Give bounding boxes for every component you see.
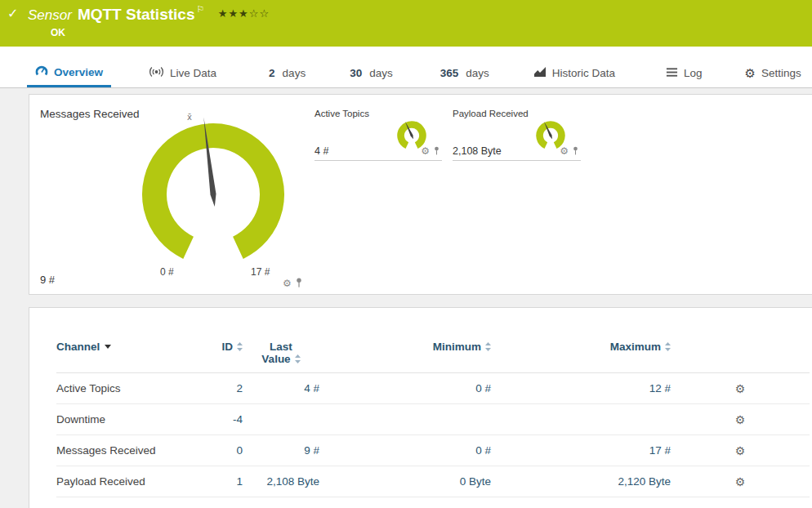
channel-maximum: 12 # xyxy=(491,373,671,404)
overview-gauge-icon xyxy=(35,65,48,80)
gear-icon: ⚙ xyxy=(745,66,756,81)
chevron-down-icon xyxy=(105,345,111,349)
priority-stars[interactable]: ★★★☆☆ xyxy=(218,7,270,20)
channel-table-panel: Channel ID Last Value Minimum Maximum Ac… xyxy=(29,307,812,508)
tab-365-days-number: 365 xyxy=(440,67,459,79)
gauge-settings-gear-icon[interactable]: ⚙ xyxy=(560,146,569,156)
tab-overview-label: Overview xyxy=(54,66,103,78)
object-type-label: Sensor xyxy=(28,7,72,23)
channel-maximum: 17 # xyxy=(491,435,671,466)
channel-settings-gear-icon[interactable]: ⚙ xyxy=(735,413,746,426)
channel-minimum: 0 Byte xyxy=(319,466,491,497)
area-chart-icon xyxy=(533,66,547,80)
column-header-maximum[interactable]: Maximum xyxy=(491,341,671,373)
gauge-pin-icon[interactable] xyxy=(296,276,302,291)
tab-historic-data-label: Historic Data xyxy=(552,67,615,79)
broadcast-icon xyxy=(149,66,164,80)
channel-table: Channel ID Last Value Minimum Maximum Ac… xyxy=(56,341,810,497)
channel-settings-gear-icon[interactable]: ⚙ xyxy=(735,444,746,457)
average-marker: x̄ xyxy=(187,113,192,122)
channel-minimum: 0 # xyxy=(319,435,491,466)
sort-icon xyxy=(665,342,671,351)
sort-icon xyxy=(295,354,301,363)
status-ok-check-icon: ✓ xyxy=(7,6,18,21)
channel-settings-gear-icon[interactable]: ⚙ xyxy=(735,382,746,395)
gauge-settings-gear-icon[interactable]: ⚙ xyxy=(421,146,430,156)
page-title: MQTT Statistics xyxy=(78,6,195,23)
sort-icon xyxy=(237,342,243,351)
gauge-pin-icon[interactable] xyxy=(434,144,439,158)
tab-historic-data[interactable]: Historic Data xyxy=(525,59,623,87)
channel-id: -4 xyxy=(187,404,243,435)
primary-gauge-actions: ⚙ xyxy=(283,276,302,291)
tab-30-days[interactable]: 30 days xyxy=(341,59,401,87)
sensor-header: ✓ SensorMQTT Statistics⚐ ★★★☆☆ OK xyxy=(0,0,812,47)
channel-settings-gear-icon[interactable]: ⚙ xyxy=(735,475,746,488)
flag-icon[interactable]: ⚐ xyxy=(196,4,204,15)
channel-last-value: 2,108 Byte xyxy=(243,466,319,497)
stars-filled[interactable]: ★★★ xyxy=(218,7,249,20)
column-header-last-value[interactable]: Last Value xyxy=(243,341,319,373)
channel-settings-cell: ⚙ xyxy=(671,373,810,404)
channel-minimum xyxy=(319,404,491,435)
tab-overview[interactable]: Overview xyxy=(27,59,111,87)
mini-gauge-active-topics: Active Topics 4 # ⚙ xyxy=(315,106,442,161)
tab-2-days-label: days xyxy=(283,67,306,79)
stars-empty[interactable]: ☆☆ xyxy=(249,7,270,20)
channel-last-value xyxy=(243,404,319,435)
tab-settings[interactable]: ⚙ Settings xyxy=(737,59,810,87)
tab-365-days[interactable]: 365 days xyxy=(432,59,497,87)
channel-id: 2 xyxy=(187,373,243,404)
channel-maximum xyxy=(491,404,671,435)
gauges-panel: Messages Received x̄ 0 # 17 # 9 # ⚙ Acti… xyxy=(29,94,812,295)
channel-maximum: 2,120 Byte xyxy=(491,466,671,497)
channel-settings-cell: ⚙ xyxy=(671,466,810,497)
mini-gauge-title: Payload Received xyxy=(453,109,529,118)
tab-bar: Overview Live Data 2 days 30 days 365 da… xyxy=(0,47,812,88)
mini-gauge-value: 4 # xyxy=(315,145,328,157)
channel-name[interactable]: Payload Received xyxy=(56,466,187,497)
tab-365-days-label: days xyxy=(466,67,489,79)
channel-name[interactable]: Active Topics xyxy=(56,373,187,404)
tab-30-days-number: 30 xyxy=(350,67,362,79)
tab-live-data-label: Live Data xyxy=(170,67,216,79)
status-badge: OK xyxy=(51,27,65,38)
channel-name[interactable]: Messages Received xyxy=(56,435,187,466)
tab-2-days-number: 2 xyxy=(269,67,275,79)
mini-gauge-title: Active Topics xyxy=(315,109,369,118)
tab-live-data[interactable]: Live Data xyxy=(141,59,225,87)
mini-gauge-value: 2,108 Byte xyxy=(453,145,502,157)
column-header-channel[interactable]: Channel xyxy=(56,341,187,373)
sensor-title-line: SensorMQTT Statistics⚐ ★★★☆☆ xyxy=(28,4,270,24)
tab-30-days-label: days xyxy=(369,67,393,79)
primary-gauge-value: 9 # xyxy=(40,274,55,286)
column-header-id[interactable]: ID xyxy=(187,341,243,373)
channel-id: 0 xyxy=(187,435,243,466)
gauge-scale-min: 0 # xyxy=(160,266,174,278)
gauge-scale-max: 17 # xyxy=(251,266,270,278)
mini-gauge-payload-received: Payload Received 2,108 Byte ⚙ xyxy=(453,106,581,161)
list-icon xyxy=(666,67,678,80)
tab-2-days[interactable]: 2 days xyxy=(261,59,314,87)
channel-last-value: 9 # xyxy=(243,435,319,466)
channel-last-value: 4 # xyxy=(243,373,319,404)
column-header-minimum[interactable]: Minimum xyxy=(319,341,491,373)
gauge-settings-gear-icon[interactable]: ⚙ xyxy=(283,279,292,288)
tab-log-label: Log xyxy=(684,67,703,79)
tab-log[interactable]: Log xyxy=(658,59,711,87)
channel-name[interactable]: Downtime xyxy=(56,404,187,435)
mini-gauge-actions: ⚙ xyxy=(421,144,439,158)
channel-settings-cell: ⚙ xyxy=(671,435,810,466)
tab-settings-label: Settings xyxy=(761,67,801,79)
sort-icon xyxy=(485,342,491,351)
channel-minimum: 0 # xyxy=(319,373,491,404)
messages-received-gauge xyxy=(115,109,311,288)
column-header-actions xyxy=(671,341,810,373)
channel-id: 1 xyxy=(187,466,243,497)
channel-settings-cell: ⚙ xyxy=(671,404,810,435)
gauge-pin-icon[interactable] xyxy=(573,144,578,158)
mini-gauge-actions: ⚙ xyxy=(560,144,578,158)
